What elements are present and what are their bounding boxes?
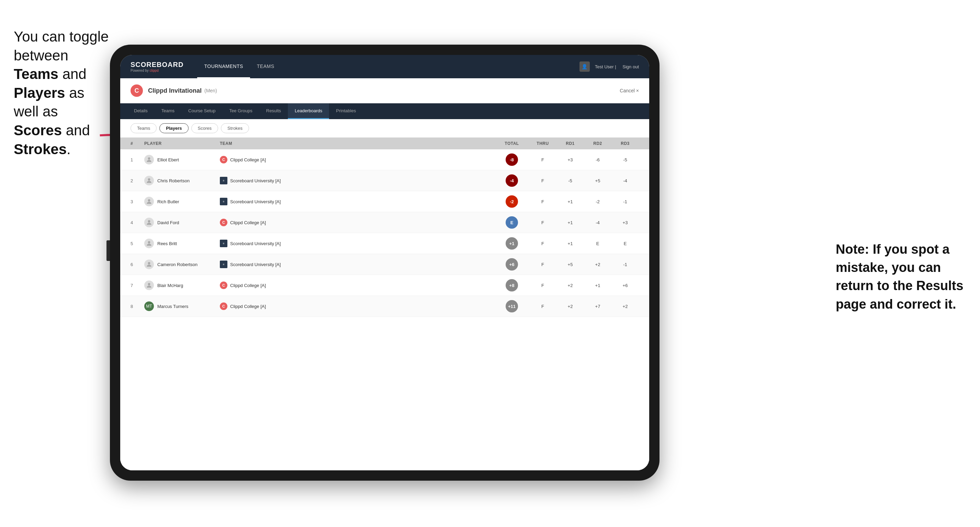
team-cell: ≡ Scoreboard University [A] [220,240,495,247]
tournament-name: Clippd Invitational [148,87,202,94]
svg-point-5 [148,241,150,243]
player-avatar [144,176,154,186]
team-name: Clippd College [A] [230,220,266,225]
player-cell: Chris Robertson [144,176,220,186]
player-name: Chris Robertson [158,178,189,183]
content-area: C Clippd Invitational (Men) Cancel × Det… [120,78,649,470]
team-logo-clippd: C [220,281,228,289]
player-avatar [144,239,154,248]
team-logo-scoreboard: ≡ [220,177,228,184]
rd1-val: +3 [557,157,584,162]
team-cell: C Clippd College [A] [220,156,495,163]
rd3-val: E [611,241,639,246]
team-cell: C Clippd College [A] [220,302,495,310]
toggle-players-button[interactable]: Players [159,123,188,133]
col-team: TEAM [220,141,495,146]
nav-user-text: Test User | [595,64,617,69]
player-name: David Ford [158,220,179,225]
score-badge: +1 [506,237,518,249]
player-rank: 5 [130,241,144,246]
rd3-val: +3 [611,220,639,225]
top-nav: SCOREBOARD Powered by clippd TOURNAMENTS… [120,55,649,78]
nav-link-tournaments[interactable]: TOURNAMENTS [197,55,250,78]
tab-results[interactable]: Results [259,103,288,119]
team-name: Clippd College [A] [230,283,266,288]
rd1-val: +2 [557,283,584,288]
score-badge: E [506,216,518,229]
rd1-val: +1 [557,241,584,246]
player-avatar [144,281,154,290]
rd2-val: +7 [584,304,611,309]
rd1-val: +1 [557,220,584,225]
player-rank: 4 [130,220,144,225]
team-logo-scoreboard: ≡ [220,260,228,268]
col-rd3: RD3 [611,141,639,146]
rd1-val: +5 [557,262,584,267]
tab-course-setup[interactable]: Course Setup [181,103,223,119]
total-cell: E [495,216,529,229]
table-row[interactable]: 6 Cameron Robertson ≡ Scoreboard Univers… [120,254,649,275]
team-name: Scoreboard University [A] [230,178,281,183]
player-cell: MT Marcus Turners [144,302,220,311]
team-logo-scoreboard: ≡ [220,240,228,247]
svg-point-4 [148,220,150,222]
rd2-val: +2 [584,262,611,267]
player-cell: Cameron Robertson [144,260,220,269]
table-row[interactable]: 2 Chris Robertson ≡ Scoreboard Universit… [120,170,649,191]
svg-point-7 [148,283,150,285]
rd3-val: -1 [611,199,639,204]
player-avatar [144,197,154,206]
tournament-gender: (Men) [204,88,217,94]
tab-tee-groups[interactable]: Tee Groups [223,103,259,119]
tablet-frame: SCOREBOARD Powered by clippd TOURNAMENTS… [110,44,660,481]
tab-details[interactable]: Details [127,103,154,119]
nav-links: TOURNAMENTS TEAMS [197,55,579,78]
table-row[interactable]: 7 Blair McHarg C Clippd College [A] +8 F… [120,275,649,296]
rd2-val: -6 [584,157,611,162]
team-logo-clippd: C [220,219,228,226]
player-name: Marcus Turners [158,304,188,309]
rd3-val: +2 [611,304,639,309]
total-cell: +11 [495,300,529,313]
player-avatar [144,260,154,269]
player-cell: Blair McHarg [144,281,220,290]
score-badge: -2 [506,195,518,208]
tab-teams[interactable]: Teams [154,103,181,119]
total-cell: -8 [495,154,529,166]
toggle-scores-button[interactable]: Scores [191,123,218,133]
table-header-row: # PLAYER TEAM TOTAL THRU RD1 RD2 RD3 [120,138,649,149]
team-logo-clippd: C [220,302,228,310]
team-name: Clippd College [A] [230,304,266,309]
tab-printables[interactable]: Printables [329,103,363,119]
rd1-val: +2 [557,304,584,309]
table-row[interactable]: 5 Rees Britt ≡ Scoreboard University [A]… [120,233,649,254]
table-row[interactable]: 4 David Ford C Clippd College [A] E F +1… [120,212,649,233]
toggle-teams-button[interactable]: Teams [130,123,157,133]
team-name: Scoreboard University [A] [230,262,281,267]
rd1-val: +1 [557,199,584,204]
tab-leaderboards[interactable]: Leaderboards [288,103,329,119]
table-row[interactable]: 1 Elliot Ebert C Clippd College [A] -8 F… [120,149,649,170]
svg-point-6 [148,262,150,264]
rd2-val: -2 [584,199,611,204]
right-annotation: Note: If you spot a mistake, you can ret… [836,240,966,313]
table-row[interactable]: 3 Rich Butler ≡ Scoreboard University [A… [120,191,649,212]
nav-link-teams[interactable]: TEAMS [250,55,281,78]
team-name: Scoreboard University [A] [230,199,281,204]
player-rank: 3 [130,199,144,204]
score-badge: +8 [506,279,518,292]
score-badge: -8 [506,154,518,166]
table-row[interactable]: 8 MT Marcus Turners C Clippd College [A]… [120,296,649,317]
toggle-strokes-button[interactable]: Strokes [221,123,249,133]
thru-val: F [529,241,557,246]
cancel-button[interactable]: Cancel × [620,88,639,94]
tab-nav: Details Teams Course Setup Tee Groups Re… [120,103,649,119]
sign-out-link[interactable]: Sign out [622,64,639,69]
rd3-val: -4 [611,178,639,183]
player-avatar [144,217,154,227]
team-logo-clippd: C [220,156,228,163]
total-cell: -2 [495,195,529,208]
player-rank: 2 [130,178,144,183]
tournament-header: C Clippd Invitational (Men) Cancel × [120,78,649,103]
rd2-val: -4 [584,220,611,225]
